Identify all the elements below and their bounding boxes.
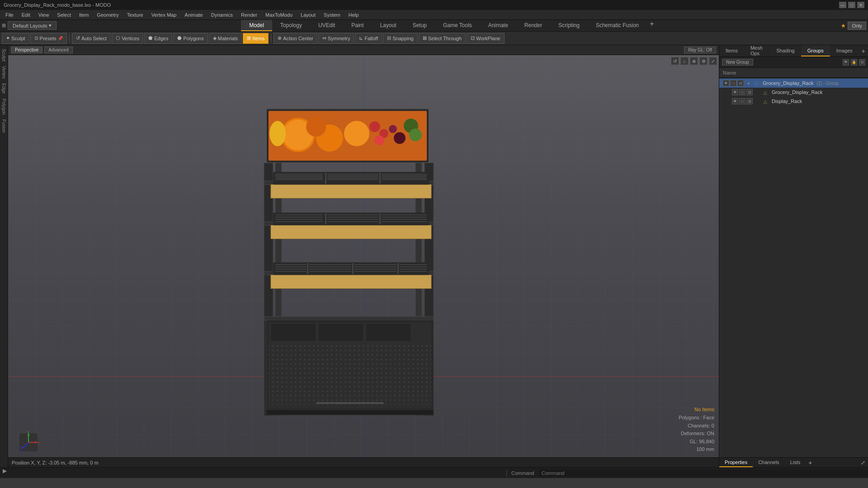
window-controls[interactable]: — □ ✕: [839, 2, 864, 8]
viewport[interactable]: Perspective Advanced Ray GL: Off ↺ ⌂ ⊕ ⚙…: [8, 45, 719, 467]
rack-render-icon[interactable]: ⊡: [746, 98, 753, 104]
default-layouts-button[interactable]: Default Layouts ▾: [8, 21, 57, 30]
rp-tab-meshops[interactable]: Mesh Ops: [744, 45, 770, 56]
menu-help[interactable]: Help: [345, 11, 363, 19]
rp-tab-images[interactable]: Images: [830, 45, 859, 56]
expand-icon[interactable]: ▾: [747, 81, 753, 86]
menu-dynamics[interactable]: Dynamics: [208, 11, 236, 19]
snapping-button[interactable]: ⊟ Snapping: [383, 33, 418, 44]
menu-layout[interactable]: Layout: [297, 11, 319, 19]
rp-tab-shading[interactable]: Shading: [770, 45, 801, 56]
tab-uvedit[interactable]: UVEdit: [310, 20, 343, 31]
pp-add-button[interactable]: +: [806, 459, 815, 466]
perspective-button[interactable]: Perspective: [11, 47, 42, 53]
menu-view[interactable]: View: [35, 11, 53, 19]
materials-button[interactable]: ◈ Materials: [209, 33, 242, 44]
sidebar-vertex[interactable]: Vertex: [0, 64, 7, 80]
edges-button[interactable]: ⬟ Edges: [144, 33, 172, 44]
symmetry-button[interactable]: ⇔ Symmetry: [318, 33, 354, 44]
mesh-box-icon[interactable]: □: [739, 89, 745, 95]
channels-info: Channels: 0: [679, 422, 714, 430]
rack-box-icon[interactable]: □: [739, 98, 745, 104]
menu-texture[interactable]: Texture: [123, 11, 147, 19]
polygons-button[interactable]: ⬣ Polygons: [173, 33, 208, 44]
minimize-button[interactable]: —: [839, 2, 846, 8]
svg-text:z: z: [19, 449, 21, 453]
visibility-controls-3: 👁 □ ⊡: [732, 98, 753, 104]
sidebar-sculpt[interactable]: Sculpt: [0, 47, 7, 63]
svg-point-6: [306, 117, 326, 137]
menu-vertexmap[interactable]: Vertex Map: [148, 11, 180, 19]
svg-rect-22: [264, 317, 434, 320]
menu-file[interactable]: File: [2, 11, 17, 19]
tab-model[interactable]: Model: [241, 20, 272, 31]
menu-geometry[interactable]: Geometry: [93, 11, 122, 19]
close-button[interactable]: ✕: [857, 2, 864, 8]
new-group-button[interactable]: New Group: [722, 59, 753, 66]
mesh-expand-icon: [756, 90, 762, 95]
maximize-button[interactable]: □: [848, 2, 855, 8]
presets-button[interactable]: ⊙ Presets 📌: [30, 33, 67, 44]
tab-schematicfusion[interactable]: Schematic Fusion: [588, 20, 647, 31]
rp-tab-items[interactable]: Items: [719, 45, 744, 56]
viewport-canvas[interactable]: ↺ ⌂ ⊕ ⚙ ⤢: [8, 55, 719, 467]
command-input[interactable]: [539, 469, 868, 477]
menu-maxtomodo[interactable]: MaxToModo: [262, 11, 296, 19]
menu-item[interactable]: Item: [75, 11, 92, 19]
edges-label: Edges: [154, 36, 168, 41]
sidebar-fusion[interactable]: Fusion: [0, 117, 7, 135]
menu-select[interactable]: Select: [53, 11, 75, 19]
vp-reset-icon[interactable]: ↺: [671, 57, 679, 65]
add-tab-button[interactable]: +: [647, 20, 656, 31]
sidebar-polygon[interactable]: Polygon: [0, 97, 7, 117]
workplane-button[interactable]: ⊡ WorkPlane: [467, 33, 505, 44]
pp-tab-channels[interactable]: Channels: [753, 458, 784, 467]
group-item-grocery-mesh[interactable]: 👁 □ ⊡ △ Grocery_Display_Rack: [719, 88, 868, 97]
menu-render[interactable]: Render: [237, 11, 261, 19]
vp-expand-icon[interactable]: ⤢: [709, 57, 717, 65]
group-box-icon[interactable]: □: [730, 80, 736, 86]
menu-edit[interactable]: Edit: [18, 11, 34, 19]
action-center-button[interactable]: ⊕ Action Center: [274, 33, 317, 44]
rp-tab-groups[interactable]: Groups: [801, 45, 830, 56]
items-button[interactable]: ⊞ Items: [243, 33, 269, 44]
mesh-vis-icon[interactable]: 👁: [732, 89, 738, 95]
raygl-button[interactable]: Ray GL: Off: [684, 47, 716, 53]
group-render-icon[interactable]: ⊡: [737, 80, 744, 86]
tab-gametools[interactable]: Game Tools: [435, 20, 480, 31]
advanced-button[interactable]: Advanced: [44, 47, 72, 53]
pp-tab-lists[interactable]: Lists: [785, 458, 806, 467]
tab-paint[interactable]: Paint: [343, 20, 372, 31]
tab-scripting[interactable]: Scripting: [550, 20, 588, 31]
pp-expand-icon[interactable]: ⤢: [858, 460, 868, 466]
select-through-button[interactable]: ⊠ Select Through: [419, 33, 466, 44]
sculpt-button[interactable]: ✦ Sculpt: [2, 33, 29, 44]
auto-select-button[interactable]: ↺ Auto Select: [72, 33, 111, 44]
svg-rect-83: [366, 324, 411, 342]
falloff-button[interactable]: ⊾ Falloff: [355, 33, 382, 44]
vertices-icon: ⬡: [116, 35, 120, 41]
rack-vis-icon[interactable]: 👁: [732, 98, 738, 104]
groups-lock-icon[interactable]: 🔒: [851, 59, 857, 66]
rp-add-tab-button[interactable]: +: [859, 45, 868, 56]
only-button[interactable]: Only: [848, 22, 866, 30]
groups-render-icon[interactable]: ⊡: [859, 59, 865, 66]
mesh-render-icon[interactable]: ⊡: [746, 89, 753, 95]
vp-zoom-icon[interactable]: ⊕: [690, 57, 698, 65]
menu-system[interactable]: System: [320, 11, 344, 19]
tab-animate[interactable]: Animate: [480, 20, 516, 31]
group-item-grocery-display-rack[interactable]: 👁 □ ⊡ ▾ ⬡ Grocery_Display_Rack (2) - Gro…: [719, 79, 868, 88]
sidebar-edge[interactable]: Edge: [0, 81, 7, 95]
tab-layout[interactable]: Layout: [372, 20, 405, 31]
groups-eye-icon[interactable]: 👁: [843, 59, 849, 66]
vp-home-icon[interactable]: ⌂: [680, 57, 689, 65]
tab-topology[interactable]: Topology: [272, 20, 310, 31]
pp-tab-properties[interactable]: Properties: [719, 458, 753, 467]
group-item-display-rack[interactable]: 👁 □ ⊡ △ Display_Rack: [719, 97, 868, 106]
vertices-button[interactable]: ⬡ Vertices: [112, 33, 143, 44]
tab-render[interactable]: Render: [516, 20, 550, 31]
menu-animate[interactable]: Animate: [181, 11, 206, 19]
vp-settings-icon[interactable]: ⚙: [699, 57, 708, 65]
tab-setup[interactable]: Setup: [405, 20, 435, 31]
group-vis-icon[interactable]: 👁: [723, 80, 729, 86]
